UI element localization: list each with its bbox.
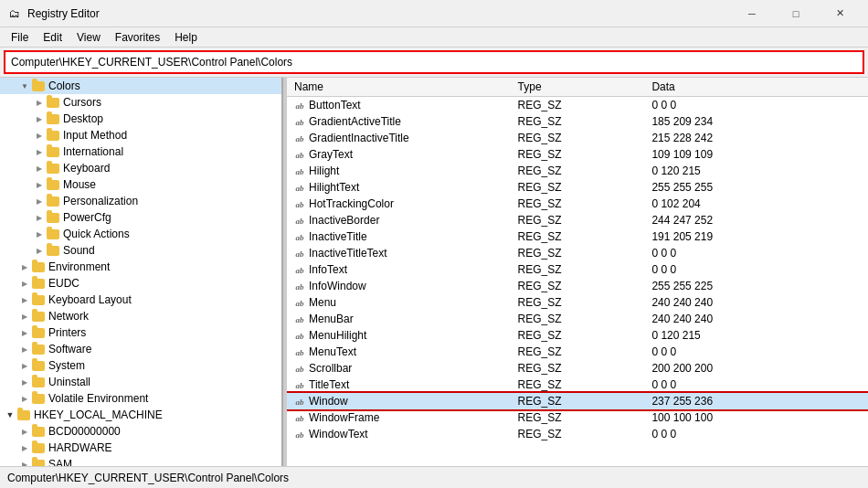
maximize-button[interactable]: □	[775, 0, 817, 27]
cell-type: REG_SZ	[511, 179, 645, 196]
tree-item[interactable]: ▶Uninstall	[0, 374, 281, 390]
table-row[interactable]: abHotTrackingColorREG_SZ0 102 204	[287, 196, 868, 212]
tree-item[interactable]: ▶Desktop	[0, 111, 281, 127]
menu-item-favorites[interactable]: Favorites	[108, 29, 167, 46]
tree-arrow[interactable]: ▶	[18, 313, 31, 321]
cell-data: 191 205 219	[644, 228, 868, 245]
table-row[interactable]: abWindowFrameREG_SZ100 100 100	[287, 409, 868, 426]
cell-data: 0 102 204	[644, 196, 868, 212]
close-button[interactable]: ✕	[819, 0, 861, 27]
tree-item[interactable]: ▶Keyboard Layout	[0, 292, 281, 308]
tree-item[interactable]: ▶Input Method	[0, 127, 281, 143]
table-row[interactable]: abGradientInactiveTitleREG_SZ215 228 242	[287, 130, 868, 146]
menu-item-edit[interactable]: Edit	[36, 29, 69, 46]
tree-arrow[interactable]: ▶	[33, 115, 46, 123]
tree-arrow[interactable]: ▶	[18, 280, 31, 288]
address-bar[interactable]: Computer\HKEY_CURRENT_USER\Control Panel…	[4, 50, 864, 74]
column-header-name[interactable]: Name	[287, 78, 511, 97]
tree-item[interactable]: ▶International	[0, 143, 281, 160]
tree-item[interactable]: ▶EUDC	[0, 275, 281, 292]
column-header-data[interactable]: Data	[644, 78, 868, 97]
tree-label: Colors	[48, 80, 80, 92]
tree-arrow[interactable]: ▶	[33, 164, 46, 173]
table-row[interactable]: abWindowTextREG_SZ0 0 0	[287, 426, 868, 442]
tree-item[interactable]: ▶BCD00000000	[0, 423, 281, 440]
menu-item-file[interactable]: File	[4, 29, 36, 46]
tree-arrow[interactable]: ▶	[18, 378, 31, 387]
cell-type: REG_SZ	[511, 228, 645, 245]
table-row[interactable]: abGradientActiveTitleREG_SZ185 209 234	[287, 113, 868, 130]
cell-type: REG_SZ	[511, 393, 645, 409]
tree-arrow[interactable]: ▶	[18, 428, 31, 436]
table-row[interactable]: abButtonTextREG_SZ0 0 0	[287, 97, 868, 114]
tree-arrow[interactable]: ▶	[33, 197, 46, 206]
table-row[interactable]: abGrayTextREG_SZ109 109 109	[287, 146, 868, 163]
tree-item[interactable]: ▶Printers	[0, 324, 281, 341]
table-row[interactable]: abHilightREG_SZ0 120 215	[287, 163, 868, 179]
tree-arrow[interactable]: ▼	[18, 82, 31, 90]
table-row[interactable]: abMenuTextREG_SZ0 0 0	[287, 344, 868, 360]
tree-arrow[interactable]: ▶	[33, 99, 46, 107]
tree-item[interactable]: ▶Quick Actions	[0, 226, 281, 242]
table-row[interactable]: abMenuHilightREG_SZ0 120 215	[287, 327, 868, 344]
tree-arrow[interactable]: ▶	[18, 263, 31, 271]
tree-item[interactable]: ▼Colors	[0, 78, 281, 94]
tree-item[interactable]: ▶HARDWARE	[0, 440, 281, 456]
table-row[interactable]: abInactiveBorderREG_SZ244 247 252	[287, 212, 868, 228]
cell-name: abInactiveBorder	[287, 212, 511, 228]
cell-name: abInfoText	[287, 261, 511, 278]
table-row[interactable]: abScrollbarREG_SZ200 200 200	[287, 360, 868, 377]
cell-data: 0 0 0	[644, 377, 868, 393]
tree-item[interactable]: ▶Cursors	[0, 94, 281, 111]
tree-arrow[interactable]: ▶	[18, 461, 31, 467]
table-row[interactable]: abMenuREG_SZ240 240 240	[287, 294, 868, 311]
folder-icon	[31, 292, 46, 307]
cell-data: 0 0 0	[644, 261, 868, 278]
tree-item[interactable]: ▶Environment	[0, 259, 281, 275]
tree-item[interactable]: ▶Sound	[0, 242, 281, 259]
tree-arrow[interactable]: ▶	[18, 329, 31, 337]
tree-item[interactable]: ▶Personalization	[0, 193, 281, 209]
tree-arrow[interactable]: ▶	[33, 132, 46, 140]
tree-arrow[interactable]: ▶	[18, 362, 31, 370]
tree-arrow[interactable]: ▼	[4, 410, 16, 419]
tree-arrow[interactable]: ▶	[18, 296, 31, 304]
tree-item[interactable]: ▶PowerCfg	[0, 209, 281, 226]
tree-item[interactable]: ▶Keyboard	[0, 160, 281, 176]
cell-name: abInactiveTitle	[287, 228, 511, 245]
folder-icon	[31, 325, 46, 340]
menu-item-help[interactable]: Help	[167, 29, 205, 46]
tree-arrow[interactable]: ▶	[33, 247, 46, 255]
folder-icon	[46, 194, 60, 208]
tree-arrow[interactable]: ▶	[33, 230, 46, 239]
tree-item[interactable]: ▶Software	[0, 341, 281, 357]
cell-type: REG_SZ	[511, 245, 645, 261]
tree-arrow[interactable]: ▶	[18, 395, 31, 403]
minimize-button[interactable]: ─	[731, 0, 773, 27]
tree-arrow[interactable]: ▶	[33, 148, 46, 156]
table-row[interactable]: abTitleTextREG_SZ0 0 0	[287, 377, 868, 393]
app-icon: 🗂	[7, 6, 22, 21]
table-row[interactable]: abHilightTextREG_SZ255 255 255	[287, 179, 868, 196]
tree-arrow[interactable]: ▶	[18, 345, 31, 354]
folder-icon	[46, 243, 60, 258]
table-row[interactable]: abWindowREG_SZ237 255 236	[287, 393, 868, 409]
tree-item[interactable]: ▼HKEY_LOCAL_MACHINE	[0, 407, 281, 423]
tree-arrow[interactable]: ▶	[33, 214, 46, 222]
column-header-type[interactable]: Type	[511, 78, 645, 97]
tree-pane[interactable]: ▼Colors▶Cursors▶Desktop▶Input Method▶Int…	[0, 78, 283, 466]
tree-arrow[interactable]: ▶	[18, 444, 31, 452]
tree-item[interactable]: ▶System	[0, 357, 281, 374]
table-row[interactable]: abInfoWindowREG_SZ255 255 225	[287, 278, 868, 294]
tree-item[interactable]: ▶Mouse	[0, 176, 281, 193]
tree-item[interactable]: ▶SAM	[0, 456, 281, 466]
tree-arrow[interactable]: ▶	[33, 181, 46, 189]
table-row[interactable]: abMenuBarREG_SZ240 240 240	[287, 311, 868, 327]
right-pane[interactable]: NameTypeData abButtonTextREG_SZ0 0 0abGr…	[287, 78, 868, 466]
table-row[interactable]: abInactiveTitleTextREG_SZ0 0 0	[287, 245, 868, 261]
tree-item[interactable]: ▶Network	[0, 308, 281, 324]
table-row[interactable]: abInfoTextREG_SZ0 0 0	[287, 261, 868, 278]
table-row[interactable]: abInactiveTitleREG_SZ191 205 219	[287, 228, 868, 245]
menu-item-view[interactable]: View	[69, 29, 108, 46]
tree-item[interactable]: ▶Volatile Environment	[0, 390, 281, 407]
